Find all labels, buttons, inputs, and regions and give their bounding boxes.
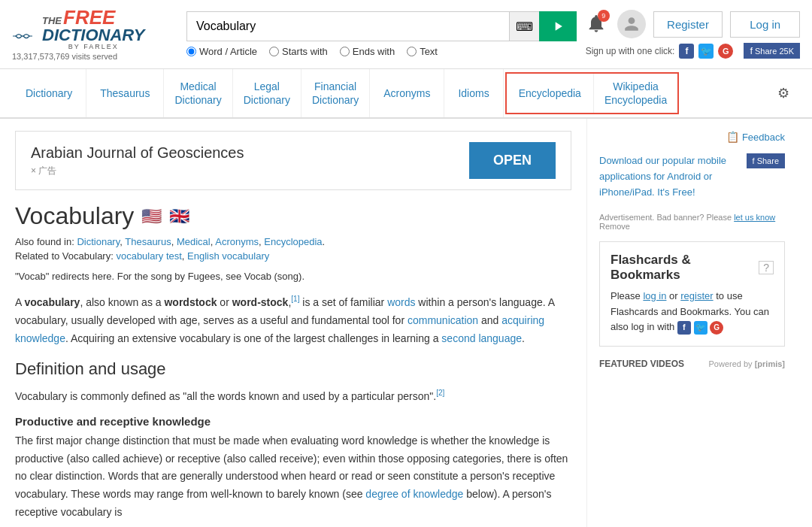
flag-us-icon: 🇺🇸 xyxy=(141,207,162,226)
featured-videos-bar: FEATURED VIDEOS Powered by [primis] xyxy=(599,359,785,369)
subsection-productive-text: The first major change distinction that … xyxy=(15,432,571,522)
keyboard-button[interactable]: ⌨ xyxy=(509,11,539,41)
featured-videos-label: FEATURED VIDEOS xyxy=(599,359,684,369)
logo[interactable]: THE FREE DICTIONARY BY FARLEX xyxy=(12,8,177,50)
nav-acronyms[interactable]: Acronyms xyxy=(370,69,444,117)
mobile-download-text: Download our popular mobile applications… xyxy=(599,153,785,200)
link-communication[interactable]: communication xyxy=(408,314,478,326)
twitter-social-icon[interactable]: 🐦 xyxy=(698,44,714,59)
flashcard-tw-icon[interactable]: 🐦 xyxy=(694,321,707,335)
flashcard-register-link[interactable]: register xyxy=(680,290,713,301)
logo-area: THE FREE DICTIONARY BY FARLEX 13,317,573… xyxy=(12,8,177,61)
ad-banner: Arabian Journal of Geosciences × 广告 OPEN xyxy=(15,131,571,190)
search-arrow-icon xyxy=(550,19,565,34)
ad-open-button[interactable]: OPEN xyxy=(469,142,556,179)
let-us-know-link[interactable]: let us know xyxy=(734,213,775,222)
header: THE FREE DICTIONARY BY FARLEX 13,317,573… xyxy=(0,0,812,69)
link-second-language[interactable]: second language xyxy=(441,332,522,344)
option-starts[interactable]: Starts with xyxy=(269,46,328,57)
logo-the: THE xyxy=(42,16,62,26)
nav-encyclopedia[interactable]: Encyclopedia xyxy=(507,74,594,113)
flashcard-box: Flashcards & Bookmarks ? Please log in o… xyxy=(599,241,785,347)
visits-count: 13,317,573,769 visits served xyxy=(12,52,177,61)
link-medical[interactable]: Medical xyxy=(177,236,211,247)
search-area: ⌨ Word / Article Starts with Ends with T… xyxy=(186,11,577,57)
logo-byfarlex: BY FARLEX xyxy=(42,44,145,50)
redirect-note: "Vocab" redirects here. For the song by … xyxy=(15,271,571,282)
option-ends[interactable]: Ends with xyxy=(340,46,395,57)
option-word[interactable]: Word / Article xyxy=(186,46,257,57)
link-vocabulary-test[interactable]: vocabulary test xyxy=(116,250,181,262)
intro-paragraph: A vocabulary, also known as a wordstock … xyxy=(15,292,571,347)
flashcard-title: Flashcards & Bookmarks xyxy=(611,253,759,283)
ad-close[interactable]: × 广告 xyxy=(31,165,244,177)
highlighted-nav-group: Encyclopedia WikipediaEncyclopedia xyxy=(505,72,680,114)
search-input[interactable] xyxy=(186,11,509,41)
nav-thesaurus[interactable]: Thesaurus xyxy=(86,69,164,117)
flashcard-help-icon[interactable]: ? xyxy=(759,261,774,274)
notification-bell[interactable]: 9 xyxy=(586,13,607,36)
register-button[interactable]: Register xyxy=(653,11,723,38)
definition-text: Vocabulary is commonly defined as "all t… xyxy=(15,386,571,405)
facebook-social-icon[interactable]: f xyxy=(679,44,694,59)
main-content: Arabian Journal of Geosciences × 广告 OPEN… xyxy=(0,119,586,527)
word-title: Vocabulary xyxy=(15,202,134,230)
notification-badge: 9 xyxy=(598,10,610,22)
flashcard-login-link[interactable]: log in xyxy=(643,290,666,301)
ad-title: Arabian Journal of Geosciences xyxy=(31,144,244,162)
sidebar-share-button[interactable]: f Share xyxy=(747,153,785,168)
flashcard-text: Please log in or register to use Flashca… xyxy=(611,289,774,335)
share-button[interactable]: f Share 25K xyxy=(744,43,800,59)
search-options: Word / Article Starts with Ends with Tex… xyxy=(186,46,577,57)
nav-idioms[interactable]: Idioms xyxy=(444,69,503,117)
sidebar: 📋 Feedback Download our popular mobile a… xyxy=(586,119,797,527)
user-icon xyxy=(623,16,640,32)
google-social-icon[interactable]: G xyxy=(718,44,733,59)
auth-area: 9 Register Log in Sign up with one click… xyxy=(586,10,800,59)
nav-spacer xyxy=(680,69,767,117)
flashcard-g-icon[interactable]: G xyxy=(710,321,723,335)
nav-bar: Dictionary Thesaurus MedicalDictionary L… xyxy=(0,69,812,119)
option-text[interactable]: Text xyxy=(407,46,438,57)
powered-by-primis: Powered by [primis] xyxy=(709,359,786,368)
section-definition-title: Definition and usage xyxy=(15,359,571,379)
nav-wikipedia-encyclopedia[interactable]: WikipediaEncyclopedia xyxy=(594,74,677,113)
nav-dictionary[interactable]: Dictionary xyxy=(12,69,86,117)
nav-financial-dictionary[interactable]: FinancialDictionary xyxy=(301,69,370,117)
link-thesaurus[interactable]: Thesaurus xyxy=(125,236,171,247)
link-english-vocabulary[interactable]: English vocabulary xyxy=(187,250,269,262)
ad-notice: Advertisement. Bad banner? Please let us… xyxy=(599,213,785,231)
link-encyclopedia[interactable]: Encyclopedia xyxy=(264,236,322,247)
nav-legal-dictionary[interactable]: LegalDictionary xyxy=(233,69,301,117)
logo-glasses-icon xyxy=(12,25,42,47)
user-avatar xyxy=(617,10,646,38)
related-links: Related to Vocabulary: vocabulary test, … xyxy=(15,250,571,262)
link-dictionary[interactable]: Dictionary xyxy=(77,236,120,247)
subsection-productive-title: Productive and receptive knowledge xyxy=(15,415,571,428)
link-words[interactable]: words xyxy=(387,296,415,308)
login-button[interactable]: Log in xyxy=(730,11,800,38)
nav-medical-dictionary[interactable]: MedicalDictionary xyxy=(164,69,232,117)
settings-button[interactable]: ⚙ xyxy=(767,69,800,117)
link-degree-of-knowledge[interactable]: degree of knowledge xyxy=(365,488,463,500)
social-signup: Sign up with one click: f 🐦 G f Share 25… xyxy=(586,43,800,59)
logo-dictionary: DICTIONARY xyxy=(42,27,145,44)
feedback-button[interactable]: 📋 Feedback xyxy=(599,131,785,143)
also-found: Also found in: Dictionary, Thesaurus, Me… xyxy=(15,236,571,247)
flag-uk-icon: 🇬🇧 xyxy=(169,207,189,226)
link-acronyms[interactable]: Acronyms xyxy=(215,236,259,247)
search-submit-button[interactable] xyxy=(539,11,577,41)
content-wrapper: Arabian Journal of Geosciences × 广告 OPEN… xyxy=(0,119,812,527)
feedback-link: 📋 Feedback xyxy=(599,131,785,143)
logo-free: FREE xyxy=(63,8,115,27)
flashcard-fb-icon[interactable]: f xyxy=(677,321,691,335)
